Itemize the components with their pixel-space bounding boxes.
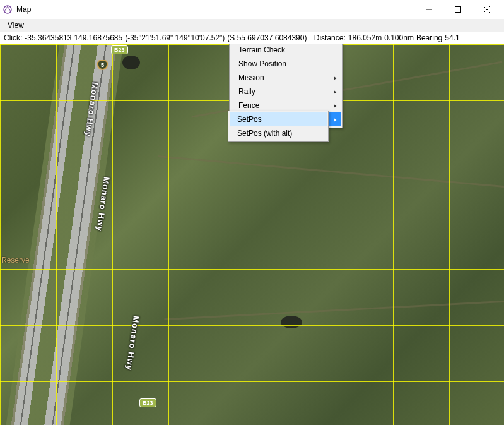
minimize-icon bbox=[426, 6, 432, 13]
minimize-button[interactable] bbox=[414, 0, 443, 19]
status-bar: Click: -35.36435813 149.16875685 (-35°21… bbox=[0, 32, 504, 44]
status-utm: (S 55 697037 6084390) bbox=[227, 33, 307, 42]
status-lat: -35.36435813 bbox=[25, 33, 71, 42]
map-highway bbox=[0, 44, 126, 425]
titlebar: Map bbox=[0, 0, 504, 19]
maximize-button[interactable] bbox=[443, 0, 472, 19]
ctx-rally[interactable]: Rally bbox=[231, 85, 341, 99]
map-track bbox=[164, 301, 504, 320]
ctx-show-position[interactable]: Show Position bbox=[231, 57, 341, 71]
status-dms: (-35°21'51.69" 149°10'07.52") bbox=[125, 33, 225, 42]
window-title: Map bbox=[16, 5, 414, 14]
highway-label: Monaro Hwy bbox=[124, 315, 141, 371]
ctx-fakegps-setpos-alt[interactable]: SetPos (with alt) bbox=[230, 126, 327, 140]
status-distance-label: Distance: bbox=[314, 33, 346, 42]
menu-view[interactable]: View bbox=[4, 20, 28, 31]
reserve-label: Reserve bbox=[1, 256, 30, 265]
route-shield-b23: B23 bbox=[111, 45, 128, 54]
window-controls bbox=[414, 0, 501, 19]
map-track bbox=[158, 155, 504, 188]
ctx-fakegps-setpos[interactable]: SetPos bbox=[230, 112, 327, 126]
ctx-mission[interactable]: Mission bbox=[231, 71, 341, 85]
close-button[interactable] bbox=[472, 0, 501, 19]
context-submenu-fakegps: SetPos SetPos (with alt) bbox=[228, 111, 329, 142]
map-dam bbox=[122, 56, 140, 69]
ctx-terrain-check[interactable]: Terrain Check bbox=[231, 44, 341, 57]
status-distance-m: 186.052m bbox=[348, 33, 382, 42]
map-dam bbox=[281, 316, 302, 328]
status-bearing-label: Bearing bbox=[416, 33, 442, 42]
route-shield-b23: B23 bbox=[139, 398, 156, 407]
close-icon bbox=[484, 6, 490, 13]
svg-rect-2 bbox=[455, 7, 461, 13]
status-click-label: Click: bbox=[4, 33, 22, 42]
app-icon bbox=[3, 4, 13, 15]
status-bearing: 54.1 bbox=[445, 33, 459, 42]
map-canvas[interactable]: Monaro Hwy Monaro Hwy Monaro Hwy Reserve… bbox=[0, 44, 504, 425]
menubar: View bbox=[0, 19, 504, 32]
status-distance-nm: 0.100nm bbox=[384, 33, 414, 42]
maximize-icon bbox=[455, 6, 461, 13]
status-lon: 149.16875685 bbox=[74, 33, 122, 42]
